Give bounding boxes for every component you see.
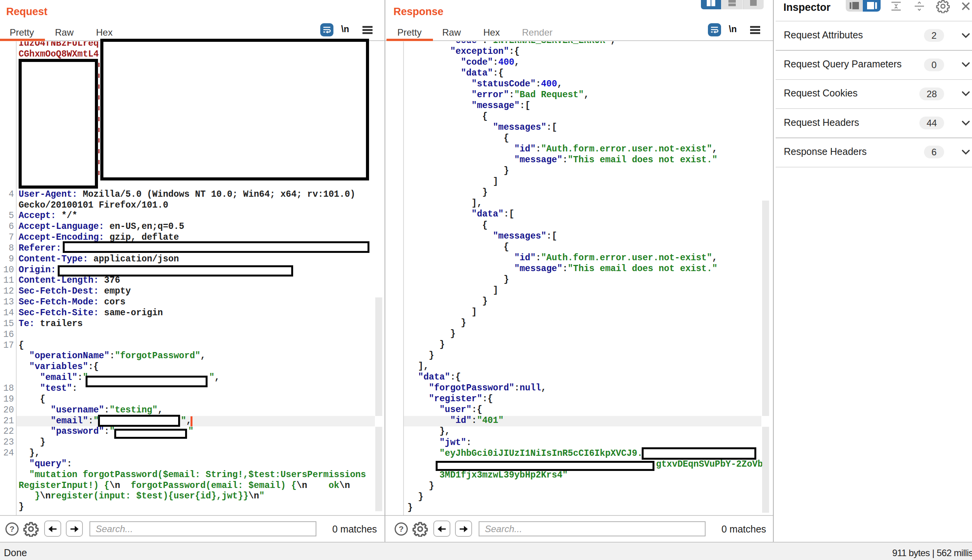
svg-text:?: ? [399,524,404,533]
svg-text:?: ? [10,524,15,533]
